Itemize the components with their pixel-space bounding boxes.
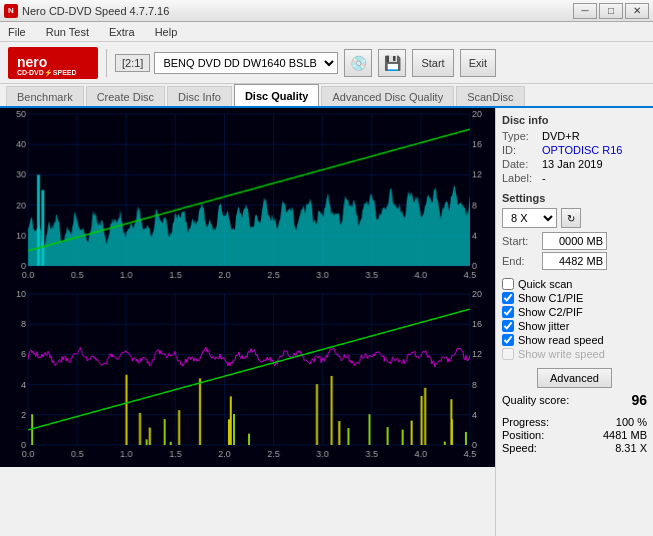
speed-row: 8 X ↻	[502, 208, 647, 228]
title-bar: N Nero CD-DVD Speed 4.7.7.16 ─ □ ✕	[0, 0, 653, 22]
show-read-speed-row: Show read speed	[502, 334, 647, 346]
save-icon-button[interactable]: 💾	[378, 49, 406, 77]
position-row: Position: 4481 MB	[502, 429, 647, 441]
disc-type-row: Type: DVD+R	[502, 130, 647, 142]
minimize-button[interactable]: ─	[573, 3, 597, 19]
nero-logo: nero CD·DVD⚡SPEED	[8, 47, 98, 79]
show-jitter-label: Show jitter	[518, 320, 569, 332]
show-jitter-checkbox[interactable]	[502, 320, 514, 332]
tab-disc-quality[interactable]: Disc Quality	[234, 84, 320, 106]
disc-label-value: -	[542, 172, 546, 184]
svg-text:nero: nero	[17, 54, 47, 70]
menu-file[interactable]: File	[4, 24, 30, 40]
speed-row: Speed: 8.31 X	[502, 442, 647, 454]
maximize-button[interactable]: □	[599, 3, 623, 19]
quick-scan-row: Quick scan	[502, 278, 647, 290]
eject-icon-button[interactable]: 💿	[344, 49, 372, 77]
start-row: Start:	[502, 232, 647, 250]
position-label: Position:	[502, 429, 544, 441]
quality-section: Quality score: 96	[502, 392, 647, 408]
tab-scan-disc[interactable]: ScanDisc	[456, 86, 524, 106]
main-area: Disc info Type: DVD+R ID: OPTODISC R16 D…	[0, 108, 653, 536]
start-input[interactable]	[542, 232, 607, 250]
progress-value: 100 %	[616, 416, 647, 428]
exit-button[interactable]: Exit	[460, 49, 496, 77]
disc-id-row: ID: OPTODISC R16	[502, 144, 647, 156]
show-c2pif-checkbox[interactable]	[502, 306, 514, 318]
disc-id-label: ID:	[502, 144, 542, 156]
end-input[interactable]	[542, 252, 607, 270]
show-c2pif-row: Show C2/PIF	[502, 306, 647, 318]
drive-label: [2:1]	[115, 54, 150, 72]
quick-scan-checkbox[interactable]	[502, 278, 514, 290]
disc-type-label: Type:	[502, 130, 542, 142]
speed-value: 8.31 X	[615, 442, 647, 454]
disc-info-section: Disc info Type: DVD+R ID: OPTODISC R16 D…	[502, 114, 647, 184]
progress-label: Progress:	[502, 416, 549, 428]
app-title: Nero CD-DVD Speed 4.7.7.16	[22, 5, 169, 17]
right-panel: Disc info Type: DVD+R ID: OPTODISC R16 D…	[495, 108, 653, 536]
quality-score-row: Quality score: 96	[502, 392, 647, 408]
advanced-button[interactable]: Advanced	[537, 368, 612, 388]
chart1-canvas	[0, 108, 495, 288]
tab-disc-info[interactable]: Disc Info	[167, 86, 232, 106]
svg-text:CD·DVD⚡SPEED: CD·DVD⚡SPEED	[17, 68, 77, 77]
app-icon: N	[4, 4, 18, 18]
quality-score-label: Quality score:	[502, 394, 569, 406]
end-row: End:	[502, 252, 647, 270]
chart2-canvas	[0, 288, 495, 468]
close-button[interactable]: ✕	[625, 3, 649, 19]
disc-label-label: Label:	[502, 172, 542, 184]
disc-date-value: 13 Jan 2019	[542, 158, 603, 170]
toolbar-separator	[106, 49, 107, 77]
menu-run-test[interactable]: Run Test	[42, 24, 93, 40]
drive-selector: [2:1] BENQ DVD DD DW1640 BSLB	[115, 52, 338, 74]
show-read-speed-checkbox[interactable]	[502, 334, 514, 346]
menu-bar: File Run Test Extra Help	[0, 22, 653, 42]
disc-type-value: DVD+R	[542, 130, 580, 142]
settings-section: Settings 8 X ↻ Start: End:	[502, 192, 647, 270]
show-jitter-row: Show jitter	[502, 320, 647, 332]
checkboxes-section: Quick scan Show C1/PIE Show C2/PIF Show …	[502, 278, 647, 360]
show-write-speed-checkbox[interactable]	[502, 348, 514, 360]
start-button[interactable]: Start	[412, 49, 453, 77]
disc-label-row: Label: -	[502, 172, 647, 184]
menu-extra[interactable]: Extra	[105, 24, 139, 40]
show-c2pif-label: Show C2/PIF	[518, 306, 583, 318]
tab-bar: Benchmark Create Disc Disc Info Disc Qua…	[0, 84, 653, 108]
charts-and-panel: Disc info Type: DVD+R ID: OPTODISC R16 D…	[0, 108, 653, 536]
disc-date-row: Date: 13 Jan 2019	[502, 158, 647, 170]
progress-row: Progress: 100 %	[502, 416, 647, 428]
quick-scan-label: Quick scan	[518, 278, 572, 290]
tab-advanced-disc-quality[interactable]: Advanced Disc Quality	[321, 86, 454, 106]
menu-help[interactable]: Help	[151, 24, 182, 40]
disc-info-title: Disc info	[502, 114, 647, 126]
end-label: End:	[502, 255, 542, 267]
disc-id-value: OPTODISC R16	[542, 144, 623, 156]
position-value: 4481 MB	[603, 429, 647, 441]
show-write-speed-label: Show write speed	[518, 348, 605, 360]
quality-score-value: 96	[631, 392, 647, 408]
speed-combo[interactable]: 8 X	[502, 208, 557, 228]
tab-create-disc[interactable]: Create Disc	[86, 86, 165, 106]
toolbar: nero CD·DVD⚡SPEED [2:1] BENQ DVD DD DW16…	[0, 42, 653, 84]
charts-column	[0, 108, 495, 536]
show-read-speed-label: Show read speed	[518, 334, 604, 346]
show-c1pie-checkbox[interactable]	[502, 292, 514, 304]
show-c1pie-label: Show C1/PIE	[518, 292, 583, 304]
settings-title: Settings	[502, 192, 647, 204]
show-write-speed-row: Show write speed	[502, 348, 647, 360]
show-c1pie-row: Show C1/PIE	[502, 292, 647, 304]
disc-date-label: Date:	[502, 158, 542, 170]
progress-section: Progress: 100 % Position: 4481 MB Speed:…	[502, 416, 647, 454]
tab-benchmark[interactable]: Benchmark	[6, 86, 84, 106]
refresh-button[interactable]: ↻	[561, 208, 581, 228]
speed-label: Speed:	[502, 442, 537, 454]
drive-combo[interactable]: BENQ DVD DD DW1640 BSLB	[154, 52, 338, 74]
start-label: Start:	[502, 235, 542, 247]
